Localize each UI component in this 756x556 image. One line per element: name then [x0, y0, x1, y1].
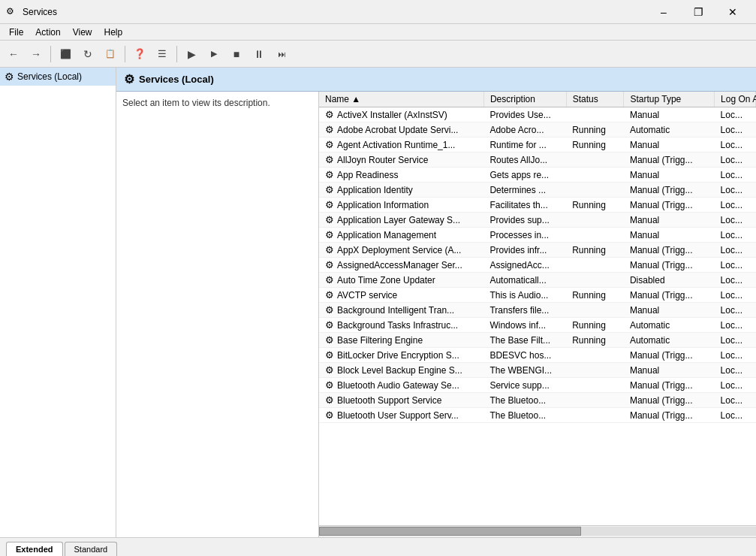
restore-button[interactable]: ❐ [681, 0, 715, 24]
service-logon: Loc... [715, 243, 756, 258]
col-header-description[interactable]: Description [483, 92, 566, 107]
table-row[interactable]: ⚙AssignedAccessManager Ser...AssignedAcc… [319, 258, 756, 273]
service-logon: Loc... [715, 168, 756, 183]
up-button[interactable]: ⬛ [55, 44, 76, 65]
gear-icon: ⚙ [325, 199, 334, 210]
service-name: ⚙Application Information [319, 198, 483, 213]
horizontal-scrollbar[interactable] [319, 525, 756, 537]
table-row[interactable]: ⚙AllJoyn Router ServiceRoutes AllJo...Ma… [319, 153, 756, 168]
service-status [566, 378, 624, 393]
gear-icon: ⚙ [325, 214, 334, 225]
service-name: ⚙Bluetooth Audio Gateway Se... [319, 378, 483, 393]
title-bar-controls: – ❐ ✕ [646, 0, 750, 24]
table-row[interactable]: ⚙Background Tasks Infrastruc...Windows i… [319, 318, 756, 333]
properties-button[interactable]: ☰ [152, 44, 173, 65]
service-logon: Loc... [715, 153, 756, 168]
col-header-startup[interactable]: Startup Type [624, 92, 715, 107]
pause-button[interactable]: ⏸ [248, 44, 270, 65]
table-row[interactable]: ⚙Bluetooth Support ServiceThe Bluetoo...… [319, 393, 756, 408]
service-name: ⚙Block Level Backup Engine S... [319, 363, 483, 378]
sidebar: ⚙ Services (Local) [0, 68, 116, 537]
service-startup: Manual (Trigg... [624, 408, 715, 423]
table-row[interactable]: ⚙App ReadinessGets apps re...ManualLoc..… [319, 168, 756, 183]
service-name: ⚙AllJoyn Router Service [319, 153, 483, 168]
tab-extended[interactable]: Extended [6, 542, 63, 556]
table-row[interactable]: ⚙Application IdentityDetermines ...Manua… [319, 183, 756, 198]
service-name: ⚙AppX Deployment Service (A... [319, 243, 483, 258]
service-name: ⚙Bluetooth User Support Serv... [319, 408, 483, 423]
table-row[interactable]: ⚙Background Intelligent Tran...Transfers… [319, 303, 756, 318]
refresh-button[interactable]: ↻ [77, 44, 98, 65]
sidebar-item-services-local[interactable]: ⚙ Services (Local) [0, 68, 116, 86]
service-logon: Loc... [715, 318, 756, 333]
service-startup: Automatic [624, 122, 715, 137]
col-header-name[interactable]: Name ▲ [319, 92, 483, 107]
service-name: ⚙Application Identity [319, 183, 483, 198]
table-row[interactable]: ⚙ActiveX Installer (AxInstSV)Provides Us… [319, 107, 756, 122]
description-text: Select an item to view its description. [122, 98, 270, 108]
service-logon: Loc... [715, 408, 756, 423]
gear-icon: ⚙ [325, 304, 334, 316]
service-startup: Manual [624, 228, 715, 243]
table-row[interactable]: ⚙Bluetooth User Support Serv...The Bluet… [319, 408, 756, 423]
service-startup: Manual (Trigg... [624, 258, 715, 273]
col-header-status[interactable]: Status [566, 92, 624, 107]
table-row[interactable]: ⚙Bluetooth Audio Gateway Se...Service su… [319, 378, 756, 393]
play-button[interactable]: ▶ [181, 44, 202, 65]
service-name: ⚙ActiveX Installer (AxInstSV) [319, 107, 483, 122]
menu-file[interactable]: File [3, 26, 29, 39]
table-row[interactable]: ⚙Block Level Backup Engine S...The WBENG… [319, 363, 756, 378]
service-logon: Loc... [715, 348, 756, 363]
service-description: AssignedAcc... [483, 258, 566, 273]
menu-action[interactable]: Action [29, 26, 66, 39]
service-logon: Loc... [715, 107, 756, 122]
table-row[interactable]: ⚙AppX Deployment Service (A...Provides i… [319, 243, 756, 258]
description-pane: Select an item to view its description. [116, 92, 319, 537]
table-row[interactable]: ⚙Base Filtering EngineThe Base Filt...Ru… [319, 333, 756, 348]
table-row[interactable]: ⚙Auto Time Zone UpdaterAutomaticall...Di… [319, 273, 756, 288]
service-description: Facilitates th... [483, 198, 566, 213]
table-row[interactable]: ⚙BitLocker Drive Encryption S...BDESVC h… [319, 348, 756, 363]
table-row[interactable]: ⚙Adobe Acrobat Update Servi...Adobe Acro… [319, 122, 756, 137]
menu-help[interactable]: Help [98, 26, 129, 39]
close-button[interactable]: ✕ [715, 0, 750, 24]
table-row[interactable]: ⚙Application InformationFacilitates th..… [319, 198, 756, 213]
service-status [566, 393, 624, 408]
service-description: The WBENGI... [483, 363, 566, 378]
service-status [566, 408, 624, 423]
col-header-logon[interactable]: Log On As [715, 92, 756, 107]
help-button[interactable]: ❓ [129, 44, 150, 65]
gear-icon: ⚙ [325, 109, 334, 120]
restart-button[interactable]: ⏭ [271, 44, 292, 65]
gear-icon: ⚙ [325, 349, 334, 361]
tab-standard[interactable]: Standard [65, 542, 118, 556]
service-name: ⚙Application Management [319, 228, 483, 243]
service-logon: Loc... [715, 183, 756, 198]
minimize-button[interactable]: – [646, 0, 681, 24]
play2-button[interactable]: ▶ [203, 44, 224, 65]
separator-3 [176, 46, 177, 62]
service-table-wrapper[interactable]: Name ▲ Description Status Startup Type L… [319, 92, 756, 525]
gear-icon: ⚙ [325, 169, 334, 180]
table-row[interactable]: ⚙Application ManagementProcesses in...Ma… [319, 228, 756, 243]
table-row[interactable]: ⚙AVCTP serviceThis is Audio...RunningMan… [319, 288, 756, 303]
stop-button[interactable]: ■ [226, 44, 247, 65]
service-logon: Loc... [715, 273, 756, 288]
service-description: Windows inf... [483, 318, 566, 333]
service-startup: Manual [624, 137, 715, 153]
service-logon: Loc... [715, 363, 756, 378]
back-button[interactable]: ← [3, 44, 24, 65]
forward-button[interactable]: → [26, 44, 47, 65]
table-row[interactable]: ⚙Application Layer Gateway S...Provides … [319, 213, 756, 228]
service-status: Running [566, 288, 624, 303]
service-logon: Loc... [715, 378, 756, 393]
service-name: ⚙Background Intelligent Tran... [319, 303, 483, 318]
export-button[interactable]: 📋 [100, 44, 121, 65]
service-status [566, 348, 624, 363]
service-description: Routes AllJo... [483, 153, 566, 168]
main-split: Select an item to view its description. … [116, 92, 756, 537]
table-row[interactable]: ⚙Agent Activation Runtime_1...Runtime fo… [319, 137, 756, 153]
content-area: ⚙ Services (Local) Select an item to vie… [116, 68, 756, 537]
menu-view[interactable]: View [67, 26, 98, 39]
service-startup: Manual (Trigg... [624, 198, 715, 213]
